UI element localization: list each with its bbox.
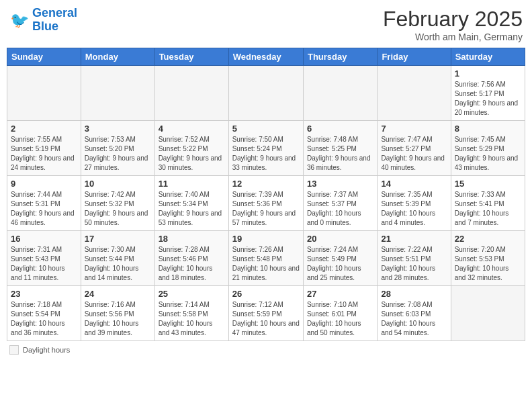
day-cell: 8Sunrise: 7:45 AM Sunset: 5:29 PM Daylig… xyxy=(451,121,525,176)
calendar-page: 🐦 General Blue February 2025 Worth am Ma… xyxy=(0,0,532,411)
day-number: 9 xyxy=(11,179,77,189)
day-number: 14 xyxy=(381,179,447,189)
day-cell: 4Sunrise: 7:52 AM Sunset: 5:22 PM Daylig… xyxy=(154,121,228,176)
day-cell: 20Sunrise: 7:24 AM Sunset: 5:49 PM Dayli… xyxy=(303,231,377,286)
day-cell: 22Sunrise: 7:20 AM Sunset: 5:53 PM Dayli… xyxy=(451,231,525,286)
day-number: 15 xyxy=(455,179,521,189)
legend: Daylight hours xyxy=(7,345,525,355)
day-cell: 24Sunrise: 7:16 AM Sunset: 5:56 PM Dayli… xyxy=(81,286,154,341)
day-cell: 10Sunrise: 7:42 AM Sunset: 5:32 PM Dayli… xyxy=(81,176,154,231)
week-row-3: 16Sunrise: 7:31 AM Sunset: 5:43 PM Dayli… xyxy=(7,231,525,286)
day-cell: 27Sunrise: 7:10 AM Sunset: 6:01 PM Dayli… xyxy=(303,286,377,341)
day-number: 25 xyxy=(159,289,225,299)
col-wednesday: Wednesday xyxy=(228,48,303,66)
day-info: Sunrise: 7:28 AM Sunset: 5:46 PM Dayligh… xyxy=(159,245,225,283)
week-row-0: 1Sunrise: 7:56 AM Sunset: 5:17 PM Daylig… xyxy=(7,66,525,121)
day-cell: 17Sunrise: 7:30 AM Sunset: 5:44 PM Dayli… xyxy=(81,231,154,286)
day-number: 24 xyxy=(85,289,151,299)
day-number: 3 xyxy=(85,124,151,134)
day-number: 10 xyxy=(85,179,151,189)
day-number: 11 xyxy=(159,179,225,189)
day-cell xyxy=(303,66,377,121)
calendar-header-row: Sunday Monday Tuesday Wednesday Thursday… xyxy=(7,48,525,66)
calendar-table: Sunday Monday Tuesday Wednesday Thursday… xyxy=(7,48,525,341)
day-cell: 11Sunrise: 7:40 AM Sunset: 5:34 PM Dayli… xyxy=(154,176,228,231)
week-row-1: 2Sunrise: 7:55 AM Sunset: 5:19 PM Daylig… xyxy=(7,121,525,176)
day-cell: 28Sunrise: 7:08 AM Sunset: 6:03 PM Dayli… xyxy=(378,286,451,341)
day-number: 1 xyxy=(455,68,521,79)
day-cell: 16Sunrise: 7:31 AM Sunset: 5:43 PM Dayli… xyxy=(7,231,81,286)
day-info: Sunrise: 7:56 AM Sunset: 5:17 PM Dayligh… xyxy=(455,80,521,118)
day-number: 4 xyxy=(159,124,225,134)
day-info: Sunrise: 7:52 AM Sunset: 5:22 PM Dayligh… xyxy=(159,135,225,173)
day-cell: 23Sunrise: 7:18 AM Sunset: 5:54 PM Dayli… xyxy=(7,286,81,341)
day-cell: 2Sunrise: 7:55 AM Sunset: 5:19 PM Daylig… xyxy=(7,121,81,176)
location: Worth am Main, Germany xyxy=(383,32,523,42)
day-number: 17 xyxy=(85,234,151,244)
day-info: Sunrise: 7:24 AM Sunset: 5:49 PM Dayligh… xyxy=(307,245,373,283)
day-info: Sunrise: 7:48 AM Sunset: 5:25 PM Dayligh… xyxy=(307,135,373,173)
day-info: Sunrise: 7:39 AM Sunset: 5:36 PM Dayligh… xyxy=(232,190,300,228)
day-info: Sunrise: 7:30 AM Sunset: 5:44 PM Dayligh… xyxy=(85,245,151,283)
day-cell xyxy=(81,66,154,121)
day-info: Sunrise: 7:44 AM Sunset: 5:31 PM Dayligh… xyxy=(11,190,77,228)
day-number: 18 xyxy=(159,234,225,244)
day-number: 26 xyxy=(232,289,300,299)
week-row-4: 23Sunrise: 7:18 AM Sunset: 5:54 PM Dayli… xyxy=(7,286,525,341)
day-info: Sunrise: 7:08 AM Sunset: 6:03 PM Dayligh… xyxy=(381,300,447,338)
day-info: Sunrise: 7:50 AM Sunset: 5:24 PM Dayligh… xyxy=(232,135,300,173)
day-info: Sunrise: 7:35 AM Sunset: 5:39 PM Dayligh… xyxy=(381,190,447,228)
day-cell: 13Sunrise: 7:37 AM Sunset: 5:37 PM Dayli… xyxy=(303,176,377,231)
day-info: Sunrise: 7:18 AM Sunset: 5:54 PM Dayligh… xyxy=(11,300,77,338)
day-info: Sunrise: 7:22 AM Sunset: 5:51 PM Dayligh… xyxy=(381,245,447,283)
day-cell: 18Sunrise: 7:28 AM Sunset: 5:46 PM Dayli… xyxy=(154,231,228,286)
col-monday: Monday xyxy=(81,48,154,66)
day-cell: 21Sunrise: 7:22 AM Sunset: 5:51 PM Dayli… xyxy=(378,231,451,286)
day-number: 19 xyxy=(232,234,300,244)
day-number: 23 xyxy=(11,289,77,299)
day-cell: 5Sunrise: 7:50 AM Sunset: 5:24 PM Daylig… xyxy=(228,121,303,176)
week-row-2: 9Sunrise: 7:44 AM Sunset: 5:31 PM Daylig… xyxy=(7,176,525,231)
day-number: 8 xyxy=(455,124,521,134)
day-number: 28 xyxy=(381,289,447,299)
day-number: 7 xyxy=(381,124,447,134)
day-cell: 12Sunrise: 7:39 AM Sunset: 5:36 PM Dayli… xyxy=(228,176,303,231)
day-info: Sunrise: 7:12 AM Sunset: 5:59 PM Dayligh… xyxy=(232,300,300,338)
day-cell: 6Sunrise: 7:48 AM Sunset: 5:25 PM Daylig… xyxy=(303,121,377,176)
day-number: 2 xyxy=(11,124,77,134)
logo-icon: 🐦 xyxy=(9,10,30,30)
day-info: Sunrise: 7:37 AM Sunset: 5:37 PM Dayligh… xyxy=(307,190,373,228)
logo-general: General xyxy=(32,7,77,20)
day-number: 13 xyxy=(307,179,373,189)
day-info: Sunrise: 7:42 AM Sunset: 5:32 PM Dayligh… xyxy=(85,190,151,228)
day-cell: 26Sunrise: 7:12 AM Sunset: 5:59 PM Dayli… xyxy=(228,286,303,341)
day-number: 21 xyxy=(381,234,447,244)
day-number: 6 xyxy=(307,124,373,134)
month-year: February 2025 xyxy=(383,7,523,32)
day-number: 16 xyxy=(11,234,77,244)
day-info: Sunrise: 7:55 AM Sunset: 5:19 PM Dayligh… xyxy=(11,135,77,173)
day-info: Sunrise: 7:45 AM Sunset: 5:29 PM Dayligh… xyxy=(455,135,521,173)
day-number: 27 xyxy=(307,289,373,299)
day-cell xyxy=(228,66,303,121)
day-number: 12 xyxy=(232,179,300,189)
day-cell xyxy=(7,66,81,121)
svg-text:🐦: 🐦 xyxy=(10,11,30,30)
col-thursday: Thursday xyxy=(303,48,377,66)
col-saturday: Saturday xyxy=(451,48,525,66)
logo-text: General Blue xyxy=(32,7,77,34)
day-number: 5 xyxy=(232,124,300,134)
day-info: Sunrise: 7:40 AM Sunset: 5:34 PM Dayligh… xyxy=(159,190,225,228)
day-cell: 14Sunrise: 7:35 AM Sunset: 5:39 PM Dayli… xyxy=(378,176,451,231)
col-friday: Friday xyxy=(378,48,451,66)
day-number: 20 xyxy=(307,234,373,244)
day-cell: 9Sunrise: 7:44 AM Sunset: 5:31 PM Daylig… xyxy=(7,176,81,231)
day-cell xyxy=(378,66,451,121)
title-block: February 2025 Worth am Main, Germany xyxy=(383,7,523,42)
col-tuesday: Tuesday xyxy=(154,48,228,66)
day-info: Sunrise: 7:10 AM Sunset: 6:01 PM Dayligh… xyxy=(307,300,373,338)
day-number: 22 xyxy=(455,234,521,244)
day-info: Sunrise: 7:16 AM Sunset: 5:56 PM Dayligh… xyxy=(85,300,151,338)
legend-label: Daylight hours xyxy=(23,346,70,354)
day-cell: 15Sunrise: 7:33 AM Sunset: 5:41 PM Dayli… xyxy=(451,176,525,231)
